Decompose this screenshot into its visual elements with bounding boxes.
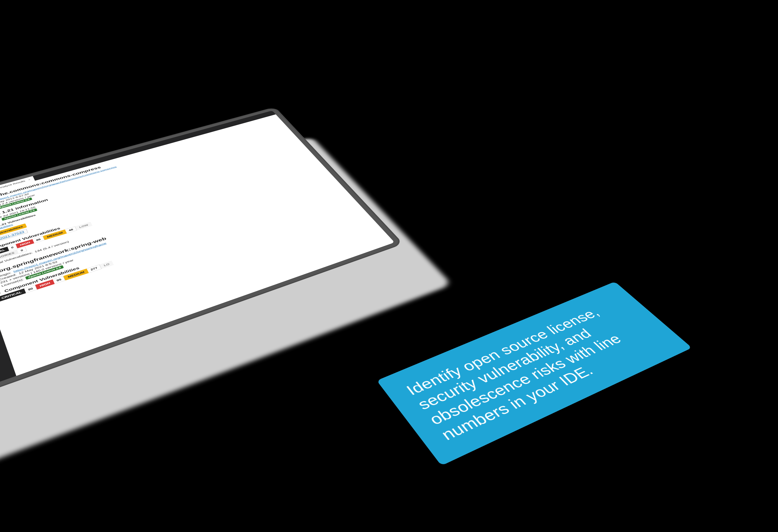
versions-line-2: 231 + versions | 140.0 versions / year (0, 259, 74, 284)
advisories-chip: ADVISORIES0 (0, 247, 27, 264)
critical-chip-2: CRITICAL90 (0, 285, 37, 302)
created-value-2: 12 May 2021 8:5:52 (18, 260, 58, 275)
license-label-3: License(s): (1, 278, 24, 287)
close-icon[interactable]: × (28, 178, 31, 181)
license-badge-3: Apache License 2.0 (25, 265, 64, 280)
svg-point-31 (0, 292, 0, 294)
low-chip-2: LO (99, 261, 114, 269)
editor-area: Get Started Analyze Results × org.apach (0, 110, 395, 376)
total-vulns-label: Total Vulnerabilities: (0, 251, 33, 265)
high-chip-2: HIGH95 (35, 276, 65, 289)
medium-chip-2: MEDIUM277 (64, 265, 102, 281)
results-content: org.apache.commons:commons-compress Orig… (0, 114, 395, 376)
marketing-callout: Identify open source license, security v… (377, 281, 692, 466)
created-label-2: Created: (0, 273, 17, 281)
component-vulns-heading-2: Component Vulnerabilities (4, 266, 80, 293)
origin-label-2: Origin: (0, 271, 12, 278)
origin-link-2[interactable]: https://repo1.maven.org/maven2/org/sprin… (13, 242, 107, 273)
critical-chip: CRITICAL0 (0, 244, 17, 259)
bug-icon (0, 291, 2, 296)
